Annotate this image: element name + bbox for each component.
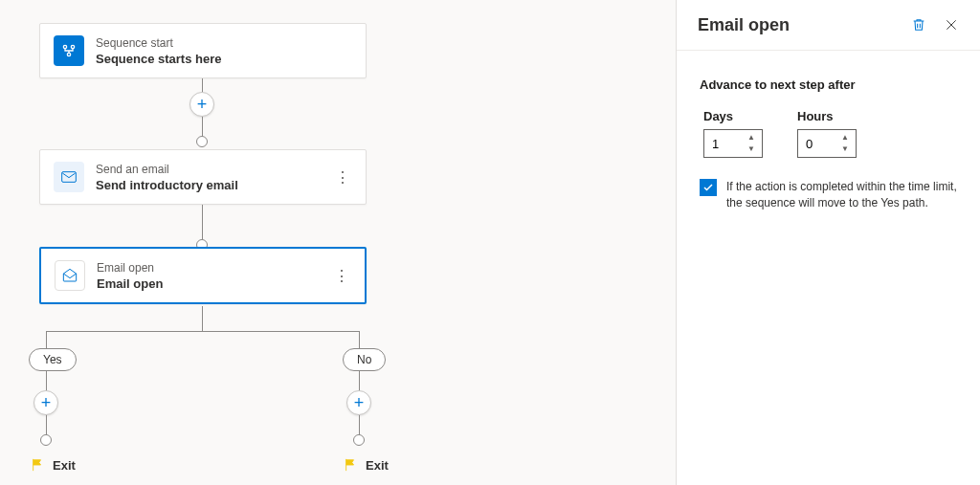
hours-stepper[interactable]: ▲ ▼ bbox=[797, 129, 857, 158]
branch-no[interactable]: No bbox=[343, 348, 386, 371]
node-title: Sequence starts here bbox=[96, 52, 352, 66]
exit-no[interactable]: Exit bbox=[343, 457, 389, 473]
hours-down[interactable]: ▼ bbox=[836, 143, 854, 155]
svg-point-0 bbox=[63, 45, 66, 48]
node-email-open[interactable]: Email open Email open ⋮ bbox=[39, 247, 367, 304]
days-stepper[interactable]: ▲ ▼ bbox=[703, 129, 763, 158]
hours-label: Hours bbox=[797, 109, 857, 123]
delete-button[interactable] bbox=[907, 13, 930, 36]
flow-canvas: Sequence start Sequence starts here + Se… bbox=[0, 0, 676, 485]
open-envelope-icon bbox=[55, 260, 85, 291]
node-sequence-start[interactable]: Sequence start Sequence starts here bbox=[39, 23, 367, 78]
days-down[interactable]: ▼ bbox=[743, 143, 760, 155]
node-label: Send an email bbox=[96, 163, 333, 176]
panel-title: Email open bbox=[698, 15, 898, 35]
days-up[interactable]: ▲ bbox=[743, 132, 760, 143]
envelope-icon bbox=[54, 162, 84, 192]
hours-up[interactable]: ▲ bbox=[836, 132, 854, 143]
svg-point-1 bbox=[71, 45, 74, 48]
add-step-yes-button[interactable]: + bbox=[33, 390, 58, 415]
advance-label: Advance to next step after bbox=[700, 77, 957, 92]
close-button[interactable] bbox=[940, 13, 963, 36]
hours-field: Hours ▲ ▼ bbox=[797, 109, 857, 158]
branch-yes[interactable]: Yes bbox=[29, 348, 77, 371]
add-step-button[interactable]: + bbox=[189, 92, 214, 117]
add-step-no-button[interactable]: + bbox=[346, 390, 371, 415]
workflow-icon bbox=[54, 35, 84, 66]
exit-label: Exit bbox=[366, 458, 389, 473]
auto-advance-checkbox[interactable] bbox=[700, 179, 717, 196]
auto-advance-note: If the action is completed within the ti… bbox=[726, 179, 957, 211]
connector-node bbox=[40, 434, 52, 446]
node-title: Email open bbox=[97, 276, 332, 291]
node-title: Send introductory email bbox=[96, 178, 333, 192]
node-label: Sequence start bbox=[96, 36, 352, 50]
node-send-email[interactable]: Send an email Send introductory email ⋮ bbox=[39, 149, 367, 205]
svg-point-2 bbox=[67, 53, 70, 55]
days-field: Days ▲ ▼ bbox=[703, 109, 763, 158]
node-label: Email open bbox=[97, 261, 332, 275]
svg-rect-3 bbox=[62, 172, 77, 183]
exit-label: Exit bbox=[53, 458, 76, 473]
flag-icon bbox=[30, 457, 45, 473]
exit-yes[interactable]: Exit bbox=[30, 457, 76, 473]
hours-input[interactable] bbox=[798, 130, 836, 157]
connector-node bbox=[196, 136, 208, 147]
kebab-menu[interactable]: ⋮ bbox=[333, 167, 352, 187]
connector-node bbox=[353, 434, 365, 446]
days-label: Days bbox=[703, 109, 763, 123]
days-input[interactable] bbox=[704, 130, 743, 157]
properties-panel: Email open Advance to next step after Da… bbox=[676, 0, 980, 485]
kebab-menu[interactable]: ⋮ bbox=[332, 266, 351, 285]
flag-icon bbox=[343, 457, 358, 473]
